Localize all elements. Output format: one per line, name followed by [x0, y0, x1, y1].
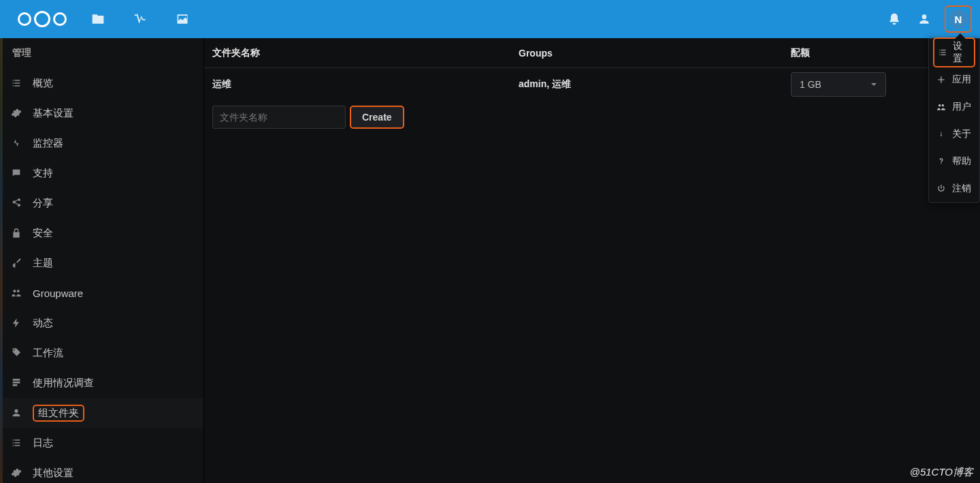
notifications-icon[interactable]: [881, 4, 908, 34]
menu-item-4[interactable]: 帮助: [929, 148, 979, 175]
sidebar-item-label: 动态: [33, 317, 53, 330]
sidebar-item-label: 支持: [33, 167, 53, 180]
users-icon: [10, 287, 23, 298]
sidebar-item-1[interactable]: 基本设置: [0, 98, 203, 128]
sidebar-item-6[interactable]: 主题: [0, 248, 203, 278]
menu-item-5[interactable]: 注销: [929, 175, 979, 202]
share-icon: [10, 198, 23, 208]
topbar: N: [0, 0, 980, 38]
menu-item-1[interactable]: 应用: [929, 66, 979, 93]
bolt-icon: [10, 317, 23, 328]
gear-icon: [10, 108, 23, 119]
group-folder-icon: [10, 407, 23, 418]
sidebar-item-label: 主题: [33, 257, 53, 270]
sidebar-item-0[interactable]: 概览: [0, 68, 203, 98]
sidebar-item-label: 监控器: [33, 137, 63, 150]
menu-item-label: 用户: [952, 101, 971, 113]
menu-item-label: 设置: [953, 40, 971, 65]
sidebar-item-label: 基本设置: [33, 107, 74, 120]
menu-item-0[interactable]: 设置: [929, 39, 979, 66]
sidebar-item-13[interactable]: 其他设置: [0, 458, 203, 483]
sidebar-item-label: 其他设置: [33, 467, 74, 480]
sidebar-item-11[interactable]: 组文件夹: [0, 398, 203, 428]
sidebar-item-label: 概览: [33, 77, 53, 90]
sidebar-heading: 管理: [0, 38, 203, 68]
tag-icon: [10, 347, 23, 358]
menu-item-label: 关于: [952, 128, 971, 140]
activity-app-icon[interactable]: [125, 4, 155, 34]
nextcloud-logo[interactable]: [14, 11, 71, 27]
menu-item-2[interactable]: 用户: [929, 93, 979, 121]
sidebar-item-label: 分享: [33, 197, 53, 210]
help-icon: [936, 157, 947, 166]
avatar-letter: N: [955, 14, 962, 25]
table-row[interactable]: 运维admin, 运维1 GB: [204, 68, 980, 101]
sidebar-item-label: 日志: [33, 437, 53, 450]
menu-item-label: 帮助: [952, 155, 971, 168]
user-avatar-button[interactable]: N: [945, 5, 972, 33]
activity-icon: [10, 138, 23, 149]
sidebar-item-label: 组文件夹: [38, 407, 79, 418]
main-panel: 文件夹名称 Groups 配额 运维admin, 运维1 GB Create @…: [204, 38, 980, 483]
sidebar-item-4[interactable]: 分享: [0, 188, 203, 218]
list-icon: [10, 78, 23, 89]
user-menu-dropdown: 设置应用用户关于帮助注销: [928, 38, 980, 203]
files-app-icon[interactable]: [83, 4, 113, 34]
brush-icon: [10, 258, 23, 268]
contacts-icon[interactable]: [911, 4, 938, 34]
survey-icon: [10, 377, 23, 388]
lock-icon: [10, 228, 23, 238]
sidebar-item-7[interactable]: Groupware: [0, 278, 203, 308]
menu-item-3[interactable]: 关于: [929, 121, 979, 148]
watermark: @51CTO博客: [910, 466, 973, 479]
users-icon: [936, 102, 947, 112]
gear-icon: [10, 467, 23, 478]
sidebar-item-9[interactable]: 工作流: [0, 338, 203, 368]
quota-select[interactable]: 1 GB: [791, 72, 886, 97]
log-icon: [10, 437, 23, 448]
sidebar-item-10[interactable]: 使用情况调查: [0, 368, 203, 398]
create-button[interactable]: Create: [350, 106, 404, 129]
gallery-app-icon[interactable]: [167, 4, 197, 34]
admin-sidebar: 管理 概览基本设置监控器支持分享安全主题Groupware动态工作流使用情况调查…: [0, 38, 204, 483]
create-row: Create: [204, 101, 980, 134]
list-icon: [937, 48, 947, 57]
power-icon: [936, 184, 947, 193]
row-groups: admin, 运维: [519, 78, 791, 91]
chevron-down-icon: [870, 81, 877, 88]
plus-icon: [936, 75, 947, 84]
chat-icon: [10, 168, 23, 178]
sidebar-item-5[interactable]: 安全: [0, 218, 203, 248]
sidebar-item-2[interactable]: 监控器: [0, 128, 203, 158]
sidebar-item-8[interactable]: 动态: [0, 308, 203, 338]
menu-item-label: 注销: [952, 183, 971, 195]
sidebar-item-label: 安全: [33, 227, 53, 240]
table-header: 文件夹名称 Groups 配额: [204, 38, 980, 68]
folder-name-input[interactable]: [212, 106, 346, 129]
sidebar-item-12[interactable]: 日志: [0, 428, 203, 458]
info-icon: [936, 129, 947, 139]
sidebar-item-label: Groupware: [33, 287, 83, 299]
col-header-groups: Groups: [519, 48, 791, 59]
sidebar-item-3[interactable]: 支持: [0, 158, 203, 188]
col-header-name: 文件夹名称: [212, 47, 519, 59]
menu-item-label: 应用: [952, 74, 971, 86]
sidebar-item-label: 使用情况调查: [33, 377, 94, 390]
sidebar-item-label: 工作流: [33, 347, 63, 360]
row-name: 运维: [212, 78, 519, 91]
